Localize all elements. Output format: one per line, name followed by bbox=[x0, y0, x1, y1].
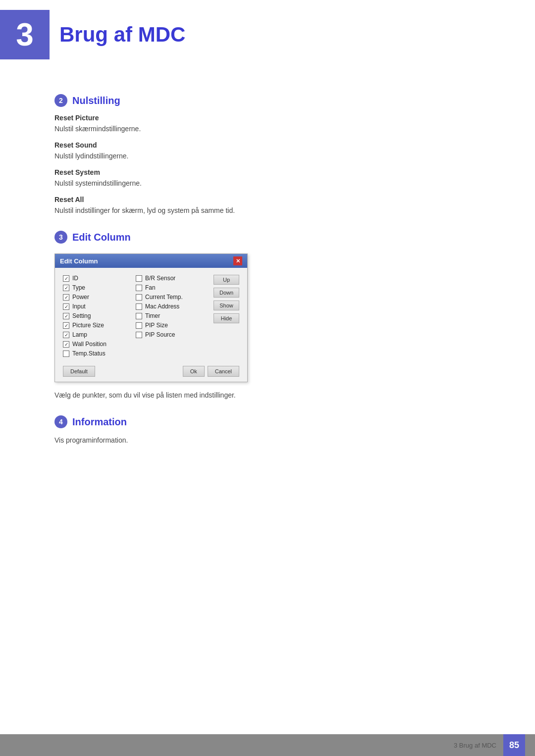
checkbox-pip-size[interactable]: PIP Size bbox=[136, 322, 209, 329]
section-2-title: Nulstilling bbox=[72, 95, 120, 106]
dialog-close-button[interactable]: ✕ bbox=[233, 256, 242, 265]
reset-sound-desc: Nulstil lydindstillingerne. bbox=[54, 151, 481, 161]
checkbox-lamp[interactable]: Lamp bbox=[63, 331, 136, 338]
checkbox-setting-box[interactable] bbox=[63, 313, 69, 319]
chapter-number-block: 3 bbox=[0, 10, 50, 59]
dialog-left-column: ID Type Power Input bbox=[63, 275, 136, 357]
checkbox-input-box[interactable] bbox=[63, 303, 69, 310]
checkbox-timer-label: Timer bbox=[145, 312, 160, 319]
section-2-heading: 2 Nulstilling bbox=[54, 94, 481, 107]
checkbox-fan-label: Fan bbox=[145, 284, 156, 291]
checkbox-type[interactable]: Type bbox=[63, 284, 136, 291]
footer-text: 3 Brug af MDC bbox=[454, 742, 496, 749]
chapter-header: 3 Brug af MDC bbox=[0, 0, 535, 74]
checkbox-current-temp-label: Current Temp. bbox=[145, 294, 183, 301]
hide-button[interactable]: Hide bbox=[214, 313, 239, 323]
checkbox-id[interactable]: ID bbox=[63, 275, 136, 282]
dialog-side-buttons: Up Down Show Hide bbox=[214, 275, 239, 357]
checkbox-timer[interactable]: Timer bbox=[136, 312, 209, 319]
checkbox-picture-size[interactable]: Picture Size bbox=[63, 322, 136, 329]
checkbox-wall-position-label: Wall Position bbox=[72, 341, 107, 348]
default-button[interactable]: Default bbox=[63, 366, 95, 377]
page-footer: 3 Brug af MDC 85 bbox=[0, 734, 535, 756]
edit-column-dialog: Edit Column ✕ ID Type Power bbox=[54, 253, 248, 382]
section-3-title: Edit Column bbox=[72, 232, 131, 243]
information-description: Vis programinformation. bbox=[54, 435, 481, 446]
checkbox-power-box[interactable] bbox=[63, 294, 69, 301]
down-button[interactable]: Down bbox=[214, 288, 239, 298]
checkbox-br-sensor-label: B/R Sensor bbox=[145, 275, 175, 282]
subsection-reset-all: Reset All Nulstil indstillinger for skær… bbox=[54, 196, 481, 216]
checkbox-pip-source[interactable]: PIP Source bbox=[136, 331, 209, 338]
dialog-right-column: B/R Sensor Fan Current Temp. Mac Address bbox=[136, 275, 209, 357]
section-3-badge: 3 bbox=[54, 231, 67, 244]
edit-column-description: Vælg de punkter, som du vil vise på list… bbox=[54, 390, 481, 401]
checkbox-mac-address-label: Mac Address bbox=[145, 303, 179, 310]
page-number: 85 bbox=[503, 734, 525, 756]
checkbox-type-box[interactable] bbox=[63, 285, 69, 291]
dialog-footer: Default Ok Cancel bbox=[55, 362, 247, 382]
edit-column-dialog-wrapper: Edit Column ✕ ID Type Power bbox=[54, 253, 481, 382]
checkbox-input-label: Input bbox=[72, 303, 86, 310]
checkbox-temp-status-label: Temp.Status bbox=[72, 350, 106, 357]
cancel-button[interactable]: Cancel bbox=[208, 366, 239, 377]
checkbox-input[interactable]: Input bbox=[63, 303, 136, 310]
checkbox-id-box[interactable] bbox=[63, 275, 69, 282]
checkbox-br-sensor-box[interactable] bbox=[136, 275, 142, 282]
chapter-title: Brug af MDC bbox=[59, 23, 185, 47]
checkbox-setting-label: Setting bbox=[72, 312, 91, 319]
checkbox-pip-source-label: PIP Source bbox=[145, 331, 175, 338]
ok-button[interactable]: Ok bbox=[183, 366, 205, 377]
subsection-reset-system: Reset System Nulstil systemindstillinger… bbox=[54, 168, 481, 189]
reset-picture-desc: Nulstil skærmindstillingerne. bbox=[54, 124, 481, 134]
reset-system-desc: Nulstil systemindstillingerne. bbox=[54, 178, 481, 189]
reset-sound-title: Reset Sound bbox=[54, 141, 481, 149]
checkbox-temp-status-box[interactable] bbox=[63, 351, 69, 357]
checkbox-temp-status[interactable]: Temp.Status bbox=[63, 350, 136, 357]
checkbox-setting[interactable]: Setting bbox=[63, 312, 136, 319]
checkbox-type-label: Type bbox=[72, 284, 85, 291]
checkbox-power-label: Power bbox=[72, 294, 89, 301]
reset-all-desc: Nulstil indstillinger for skærm, lyd og … bbox=[54, 205, 481, 216]
checkbox-id-label: ID bbox=[72, 275, 78, 282]
checkbox-br-sensor[interactable]: B/R Sensor bbox=[136, 275, 209, 282]
section-3-heading: 3 Edit Column bbox=[54, 231, 481, 244]
chapter-number: 3 bbox=[16, 19, 34, 50]
checkbox-picture-size-box[interactable] bbox=[63, 322, 69, 329]
checkbox-timer-box[interactable] bbox=[136, 313, 142, 319]
checkbox-lamp-box[interactable] bbox=[63, 332, 69, 338]
section-4-badge: 4 bbox=[54, 415, 67, 428]
checkbox-pip-source-box[interactable] bbox=[136, 332, 142, 338]
up-button[interactable]: Up bbox=[214, 275, 239, 285]
checkbox-current-temp[interactable]: Current Temp. bbox=[136, 294, 209, 301]
reset-system-title: Reset System bbox=[54, 168, 481, 176]
checkbox-lamp-label: Lamp bbox=[72, 331, 87, 338]
checkbox-wall-position[interactable]: Wall Position bbox=[63, 341, 136, 348]
checkbox-mac-address-box[interactable] bbox=[136, 303, 142, 310]
footer-right-buttons: Ok Cancel bbox=[183, 366, 239, 377]
dialog-title: Edit Column bbox=[60, 257, 98, 265]
show-button[interactable]: Show bbox=[214, 301, 239, 310]
section-4-title: Information bbox=[72, 416, 127, 428]
section-2-badge: 2 bbox=[54, 94, 67, 107]
dialog-titlebar: Edit Column ✕ bbox=[55, 254, 247, 268]
checkbox-pip-size-label: PIP Size bbox=[145, 322, 168, 329]
reset-all-title: Reset All bbox=[54, 196, 481, 203]
checkbox-wall-position-box[interactable] bbox=[63, 341, 69, 348]
section-4-heading: 4 Information bbox=[54, 415, 481, 428]
checkbox-fan[interactable]: Fan bbox=[136, 284, 209, 291]
checkbox-picture-size-label: Picture Size bbox=[72, 322, 104, 329]
checkbox-pip-size-box[interactable] bbox=[136, 322, 142, 329]
reset-picture-title: Reset Picture bbox=[54, 114, 481, 122]
dialog-body: ID Type Power Input bbox=[55, 268, 247, 362]
main-content: 2 Nulstilling Reset Picture Nulstil skær… bbox=[0, 74, 535, 478]
subsection-reset-picture: Reset Picture Nulstil skærmindstillinger… bbox=[54, 114, 481, 134]
checkbox-current-temp-box[interactable] bbox=[136, 294, 142, 301]
subsection-reset-sound: Reset Sound Nulstil lydindstillingerne. bbox=[54, 141, 481, 161]
checkbox-power[interactable]: Power bbox=[63, 294, 136, 301]
checkbox-mac-address[interactable]: Mac Address bbox=[136, 303, 209, 310]
checkbox-fan-box[interactable] bbox=[136, 285, 142, 291]
